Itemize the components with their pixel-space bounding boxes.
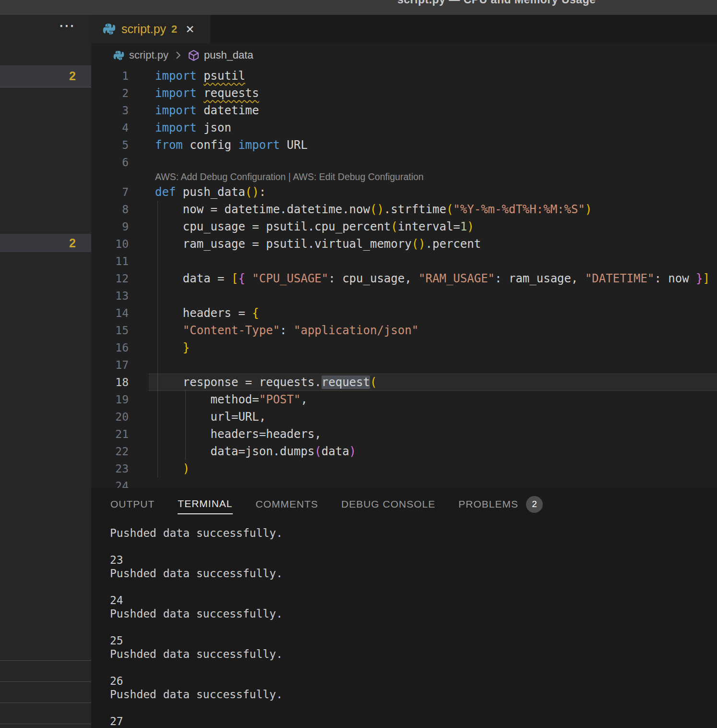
window-title: script.py — CPU and Memory Usage [397, 0, 596, 6]
terminal-line: 27 [110, 715, 717, 728]
code-line[interactable]: 1import psutil [91, 67, 717, 85]
panel-tab-output[interactable]: OUTPUT [110, 494, 155, 514]
sidebar-section-divider [0, 681, 91, 682]
line-number[interactable]: 14 [91, 304, 129, 322]
code-line[interactable]: 24 [91, 477, 717, 488]
code-token: from [155, 138, 183, 152]
code-token: ( [446, 203, 453, 216]
code-token: request [322, 376, 370, 389]
code-editor[interactable]: 1import psutil2import requests3import da… [91, 67, 717, 488]
terminal-line [110, 661, 717, 674]
code-line-text: ram_usage = psutil.virtual_memory().perc… [155, 237, 481, 251]
panel-tab-terminal[interactable]: TERMINAL [178, 493, 232, 514]
code-token: : cpu_usage, [328, 272, 418, 285]
line-number[interactable]: 24 [91, 477, 129, 488]
panel-tab-comments[interactable]: COMMENTS [256, 494, 319, 514]
code-token: .percent [426, 237, 481, 251]
line-number[interactable]: 23 [91, 460, 129, 477]
ellipsis-icon[interactable]: ⋯ [59, 16, 75, 35]
code-token: headers = [155, 306, 252, 320]
code-line[interactable]: 23 ) [91, 460, 717, 477]
codelens-link[interactable]: AWS: Edit Debug Configuration [293, 171, 423, 182]
line-number[interactable]: 19 [91, 391, 129, 408]
line-number[interactable]: 2 [91, 85, 129, 102]
line-number[interactable]: 9 [91, 218, 129, 235]
line-number[interactable]: 8 [91, 201, 129, 218]
terminal-line: 23 [110, 553, 717, 567]
terminal-line: 26 [110, 674, 717, 688]
code-token: : [280, 324, 294, 337]
codelens-link[interactable]: AWS: Add Debug Configuration [155, 171, 286, 182]
code-line[interactable]: 12 data = [{ "CPU_USAGE": cpu_usage, "RA… [91, 270, 717, 287]
terminal-line: Pushded data successfully. [110, 647, 717, 661]
line-number[interactable]: 16 [91, 339, 129, 356]
python-icon [103, 23, 116, 36]
code-line[interactable]: 13 [91, 287, 717, 304]
code-line[interactable]: 18 response = requests.request( [91, 374, 717, 391]
code-token: ) [467, 220, 474, 233]
code-token: } [183, 341, 190, 354]
code-line-text: method="POST", [155, 393, 308, 406]
sidebar-item[interactable]: 2 [0, 65, 91, 87]
sidebar-section-divider [0, 660, 91, 661]
code-line[interactable]: 14 headers = { [91, 304, 717, 322]
line-number[interactable]: 20 [91, 408, 129, 425]
line-number[interactable]: 6 [91, 154, 129, 171]
code-line[interactable]: 19 method="POST", [91, 391, 717, 408]
code-token: [ [231, 272, 238, 285]
code-line[interactable]: 17 [91, 356, 717, 374]
code-token: : now [654, 272, 696, 285]
line-number[interactable]: 21 [91, 425, 129, 443]
code-token: import [155, 121, 197, 134]
code-token: { [252, 306, 259, 320]
panel-tab-label: OUTPUT [110, 498, 155, 510]
line-number[interactable]: 12 [91, 270, 129, 287]
code-line[interactable]: 9 cpu_usage = psutil.cpu_percent(interva… [91, 218, 717, 235]
code-line-text: import psutil [155, 69, 245, 83]
line-number[interactable]: 11 [91, 253, 129, 270]
terminal[interactable]: Pushded data successfully. 23Pushded dat… [110, 526, 717, 728]
code-token: data [322, 445, 349, 458]
code-line[interactable]: 15 "Content-Type": "application/json" [91, 322, 717, 339]
code-line[interactable]: 21 headers=headers, [91, 425, 717, 443]
code-token: "POST" [259, 393, 301, 406]
sidebar-item[interactable]: 2 [0, 234, 91, 252]
code-line[interactable]: 22 data=json.dumps(data) [91, 443, 717, 460]
line-number[interactable]: 22 [91, 443, 129, 460]
line-number[interactable]: 7 [91, 183, 129, 201]
code-token: 1 [460, 220, 467, 233]
line-number[interactable]: 17 [91, 356, 129, 374]
terminal-line [110, 580, 717, 594]
sidebar-section-divider [0, 703, 91, 703]
breadcrumb-symbol[interactable]: push_data [204, 49, 253, 61]
code-line[interactable]: 4import json [91, 119, 717, 136]
line-number[interactable]: 3 [91, 102, 129, 119]
breadcrumb-file[interactable]: script.py [129, 49, 168, 61]
line-number[interactable]: 10 [91, 235, 129, 253]
code-line[interactable]: 11 [91, 253, 717, 270]
code-line[interactable]: 10 ram_usage = psutil.virtual_memory().p… [91, 235, 717, 253]
close-icon[interactable]: ✕ [185, 23, 194, 36]
line-number[interactable]: 5 [91, 136, 129, 154]
code-line[interactable]: 20 url=URL, [91, 408, 717, 425]
line-number[interactable]: 15 [91, 322, 129, 339]
code-token: ) [349, 445, 356, 458]
panel-tab-debug-console[interactable]: DEBUG CONSOLE [341, 494, 435, 514]
line-number[interactable]: 1 [91, 67, 129, 85]
code-token: data = [155, 272, 231, 285]
code-line[interactable]: 8 now = datetime.datetime.now().strftime… [91, 201, 717, 218]
code-line[interactable]: 16 } [91, 339, 717, 356]
code-token: cpu_usage = psutil.cpu_percent [155, 220, 391, 233]
code-token: "DATETIME" [585, 272, 655, 285]
code-line[interactable]: 5from config import URL [91, 136, 717, 154]
code-line[interactable]: 2import requests [91, 85, 717, 102]
code-line[interactable]: 3import datetime [91, 102, 717, 119]
code-line[interactable]: 7def push_data(): [91, 183, 717, 201]
terminal-line: Pushded data successfully. [110, 607, 717, 620]
line-number[interactable]: 18 [91, 374, 129, 391]
code-line[interactable]: 6 [91, 154, 717, 171]
tab-script-py[interactable]: script.py 2 ✕ [91, 15, 210, 43]
panel-tab-problems[interactable]: PROBLEMS2 [458, 491, 543, 517]
line-number[interactable]: 13 [91, 287, 129, 304]
line-number[interactable]: 4 [91, 119, 129, 136]
